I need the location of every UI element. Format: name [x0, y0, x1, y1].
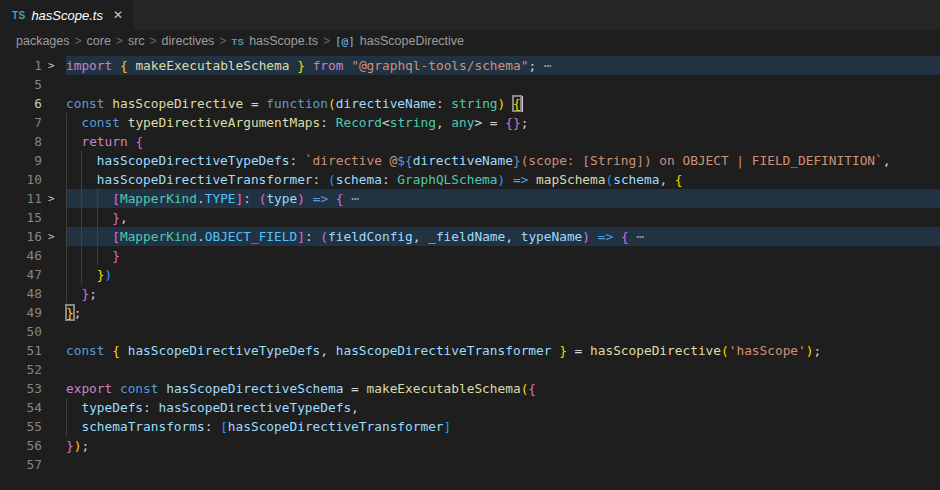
breadcrumb-item-hasscopedirective[interactable]: [@]hasScopeDirective — [335, 34, 464, 48]
code-line[interactable]: 54 typeDefs: hasScopeDirectiveTypeDefs, — [0, 398, 940, 417]
breadcrumb-separator: > — [150, 34, 157, 48]
code-line[interactable]: 53export const hasScopeDirectiveSchema =… — [0, 379, 940, 398]
line-number[interactable]: 16 — [0, 227, 42, 246]
fold-chevron-icon[interactable]: > — [42, 56, 66, 75]
line-number[interactable]: 51 — [0, 341, 42, 360]
line-number[interactable]: 11 — [0, 189, 42, 208]
code-line[interactable]: 9 hasScopeDirectiveTypeDefs: `directive … — [0, 151, 940, 170]
indent-guide — [66, 151, 67, 170]
line-number[interactable]: 8 — [0, 132, 42, 151]
breadcrumb-item-src[interactable]: src — [128, 34, 145, 48]
code-text: hasScopeDirectiveTransformer: (schema: G… — [66, 170, 940, 189]
fold-gutter — [42, 151, 66, 170]
fold-chevron-icon[interactable]: > — [42, 227, 66, 246]
code-line[interactable]: 47 }) — [0, 265, 940, 284]
code-line[interactable]: 7 const typeDirectiveArgumentMaps: Recor… — [0, 113, 940, 132]
code-line[interactable]: 52 — [0, 360, 940, 379]
code-line[interactable]: 56}); — [0, 436, 940, 455]
code-text: const typeDirectiveArgumentMaps: Record<… — [66, 113, 940, 132]
breadcrumb-label: directives — [162, 34, 215, 48]
breadcrumb-item-core[interactable]: core — [87, 34, 111, 48]
line-number[interactable]: 56 — [0, 436, 42, 455]
code-line[interactable]: 57 — [0, 455, 940, 474]
line-number[interactable]: 54 — [0, 398, 42, 417]
fold-gutter — [42, 341, 66, 360]
line-number[interactable]: 7 — [0, 113, 42, 132]
code-line[interactable]: 46 } — [0, 246, 940, 265]
line-number[interactable]: 53 — [0, 379, 42, 398]
code-line[interactable]: 50 — [0, 322, 940, 341]
line-number[interactable]: 50 — [0, 322, 42, 341]
code-text: [MapperKind.TYPE]: (type) => { ⋯ — [66, 189, 940, 208]
indent-guide — [66, 417, 67, 436]
code-line[interactable]: 8 return { — [0, 132, 940, 151]
fold-gutter — [42, 75, 66, 94]
breadcrumb-item-directives[interactable]: directives — [162, 34, 215, 48]
indent-guide — [66, 246, 67, 265]
line-number[interactable]: 6 — [0, 94, 42, 113]
code-text — [66, 322, 940, 341]
code-line[interactable]: 11> [MapperKind.TYPE]: (type) => { ⋯ — [0, 189, 940, 208]
indent-guide — [81, 227, 82, 246]
code-text: const hasScopeDirective = function(direc… — [66, 94, 940, 113]
line-number[interactable]: 52 — [0, 360, 42, 379]
code-line[interactable]: 51const { hasScopeDirectiveTypeDefs, has… — [0, 341, 940, 360]
fold-gutter — [42, 246, 66, 265]
code-text: typeDefs: hasScopeDirectiveTypeDefs, — [66, 398, 940, 417]
indent-guide — [81, 189, 82, 208]
line-number[interactable]: 49 — [0, 303, 42, 322]
fold-chevron-icon[interactable]: > — [42, 189, 66, 208]
indent-guide — [97, 246, 98, 265]
line-number[interactable]: 57 — [0, 455, 42, 474]
fold-gutter — [42, 132, 66, 151]
breadcrumb-label: core — [87, 34, 111, 48]
code-text: }; — [66, 303, 940, 322]
breadcrumb-label: src — [128, 34, 145, 48]
code-text: [MapperKind.OBJECT_FIELD]: (fieldConfig,… — [66, 227, 940, 246]
indent-guide — [66, 265, 67, 284]
code-area: 1>import { makeExecutableSchema } from "… — [0, 56, 940, 474]
indent-guide — [66, 113, 67, 132]
indent-guide — [66, 227, 67, 246]
tab-hasscope[interactable]: TS hasScope.ts ✕ — [0, 0, 133, 30]
close-icon[interactable]: ✕ — [113, 8, 123, 22]
code-text — [66, 75, 940, 94]
line-number[interactable]: 46 — [0, 246, 42, 265]
breadcrumb-separator: > — [116, 34, 123, 48]
code-text — [66, 455, 940, 474]
code-line[interactable]: 16> [MapperKind.OBJECT_FIELD]: (fieldCon… — [0, 227, 940, 246]
code-text: }) — [66, 265, 940, 284]
code-text — [66, 360, 940, 379]
line-number[interactable]: 55 — [0, 417, 42, 436]
line-number[interactable]: 5 — [0, 75, 42, 94]
code-line[interactable]: 6const hasScopeDirective = function(dire… — [0, 94, 940, 113]
indent-guide — [97, 227, 98, 246]
indent-guide — [81, 151, 82, 170]
code-text: import { makeExecutableSchema } from "@g… — [66, 56, 940, 75]
line-number[interactable]: 10 — [0, 170, 42, 189]
code-line[interactable]: 15 }, — [0, 208, 940, 227]
code-line[interactable]: 48 }; — [0, 284, 940, 303]
line-number[interactable]: 48 — [0, 284, 42, 303]
code-line[interactable]: 1>import { makeExecutableSchema } from "… — [0, 56, 940, 75]
fold-gutter — [42, 208, 66, 227]
code-text: } — [66, 246, 940, 265]
code-line[interactable]: 55 schemaTransforms: [hasScopeDirectiveT… — [0, 417, 940, 436]
line-number[interactable]: 1 — [0, 56, 42, 75]
indent-guide — [66, 284, 67, 303]
breadcrumb-item-hasscope-ts[interactable]: TShasScope.ts — [231, 34, 318, 48]
fold-gutter — [42, 360, 66, 379]
code-text: export const hasScopeDirectiveSchema = m… — [66, 379, 940, 398]
code-line[interactable]: 49}; — [0, 303, 940, 322]
code-line[interactable]: 5 — [0, 75, 940, 94]
line-number[interactable]: 47 — [0, 265, 42, 284]
code-line[interactable]: 10 hasScopeDirectiveTransformer: (schema… — [0, 170, 940, 189]
breadcrumb: packages>core>src>directives>TShasScope.… — [0, 30, 940, 52]
line-number[interactable]: 15 — [0, 208, 42, 227]
symbol-variable-icon: [@] — [335, 35, 355, 48]
indent-guide — [97, 189, 98, 208]
fold-gutter — [42, 303, 66, 322]
breadcrumb-item-packages[interactable]: packages — [16, 34, 70, 48]
line-number[interactable]: 9 — [0, 151, 42, 170]
cursor-caret — [522, 96, 524, 112]
